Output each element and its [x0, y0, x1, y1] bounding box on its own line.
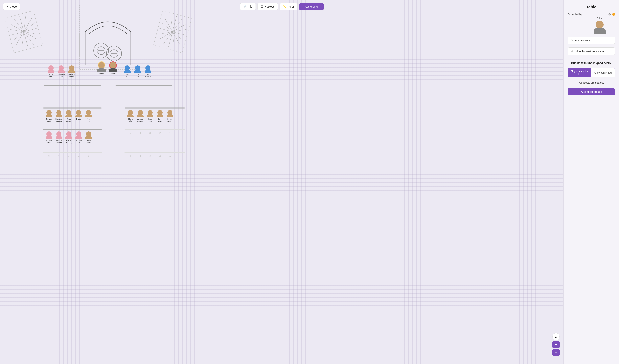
seat-darrel-frye[interactable]: DarrelFrye [74, 110, 83, 122]
seat-ronan-cooper[interactable]: RonanCooper [45, 110, 53, 122]
file-label: File [248, 5, 253, 8]
zoom-in-button[interactable]: + [552, 341, 560, 348]
only-confirmed-label: Only confirmed [594, 71, 612, 74]
seat-michele-frye[interactable]: MicheleFrye [74, 131, 83, 144]
center-front-pew: Bride Groom [97, 61, 117, 74]
nav-controls: ⊕ + − [552, 333, 560, 356]
x-icon: ✕ [571, 39, 573, 42]
left-row-3-numbers: 5 4 3 2 1 [45, 154, 93, 157]
seat-jessica-wanda[interactable]: JessicaWanda [55, 131, 63, 144]
release-seat-button[interactable]: ✕ Release seat [568, 37, 615, 44]
hide-seat-button[interactable]: 👁 Hide this seat from layout [568, 47, 615, 55]
svg-line-17 [158, 23, 186, 41]
add-element-label: + Add element [302, 5, 320, 8]
seat-bride[interactable]: Bride [97, 61, 106, 74]
close-icon: ✕ [6, 5, 9, 8]
seat-kit-carr[interactable]: KitCarr [133, 65, 142, 78]
svg-line-8 [10, 23, 38, 41]
add-more-guests-button[interactable]: Add more guests [568, 88, 615, 95]
hotkeys-icon: ⌘ [261, 5, 263, 8]
seat-maid-of-honor[interactable]: Maid-of-honor [67, 65, 76, 78]
left-row-1: RonanCooper BrendenHouston AliceNeale Da… [45, 110, 93, 122]
ruler-label: Ruler [287, 5, 294, 8]
eye-icon: 👁 [571, 50, 574, 53]
all-guests-label: All guests in the list [570, 70, 589, 76]
seat-jonty-wills[interactable]: JontyWills [84, 131, 93, 144]
seat-izabel-bentley[interactable]: IzabelBentley [64, 131, 73, 144]
ruler-button[interactable]: 📏 Ruler [280, 3, 297, 10]
canvas[interactable]: ✕ Close 📄 File ⌘ Hotkeys 📏 Ruler + Add e… [0, 0, 563, 364]
close-button[interactable]: ✕ Close [3, 3, 20, 10]
file-icon: 📄 [243, 5, 247, 8]
seat-best-man[interactable]: BestMan [123, 65, 132, 78]
seat-anna-fenton[interactable]: AnnaFenton [47, 65, 55, 78]
seat-olivia-duke[interactable]: OliviaDuke [126, 110, 135, 122]
seat-gregor-benitez[interactable]: GregorBenitez [143, 65, 152, 78]
bride-label: Bride [597, 17, 602, 20]
occupied-label: Occupied by: [568, 13, 583, 16]
right-row-2-numbers: 5 4 3 2 1 [126, 131, 174, 134]
seat-alice-neale[interactable]: AliceNeale [64, 110, 73, 122]
right-row-3-numbers: 5 4 3 2 1 [126, 154, 174, 157]
zoom-in-icon: + [555, 343, 557, 347]
add-more-guests-label: Add more guests [581, 90, 602, 93]
toolbar: 📄 File ⌘ Hotkeys 📏 Ruler + Add element [240, 3, 324, 10]
seat-kirstin-frye[interactable]: KirstinFrye [45, 131, 53, 144]
hotkeys-label: Hotkeys [265, 5, 275, 8]
seat-simon-doran[interactable]: SimonDoran [166, 110, 174, 122]
left-row-2: KirstinFrye JessicaWanda IzabelBentley M… [45, 131, 93, 144]
seat-brenden-houston[interactable]: BrendenHouston [55, 110, 63, 122]
occupied-by-section: Occupied by: ⚙ Bride [568, 13, 615, 33]
ruler-icon: 📏 [283, 5, 286, 8]
seat-kitty-frye[interactable]: KittyFrye [84, 110, 93, 122]
settings-icon[interactable]: ⚙ [608, 13, 611, 16]
guest-toggle-group: All guests in the list Only confirmed [568, 68, 615, 77]
zoom-out-icon: − [555, 350, 557, 355]
seat-john-doe[interactable]: JohnDoe [156, 110, 164, 122]
svg-rect-18 [79, 4, 137, 70]
compass-button[interactable]: ⊕ [552, 333, 560, 340]
release-seat-label: Release seat [575, 39, 590, 42]
hide-seat-label: Hide this seat from layout [575, 50, 605, 53]
close-label: Close [10, 5, 17, 8]
bride-avatar [594, 21, 605, 33]
right-row-1: OliviaDuke AshleyHartley CoraBurt JohnDo… [126, 110, 174, 122]
seat-cora-burt[interactable]: CoraBurt [146, 110, 155, 122]
left-front-pew: AnnaFenton JohannaLowe Maid-of-honor [47, 65, 76, 78]
hotkeys-button[interactable]: ⌘ Hotkeys [257, 3, 278, 10]
seat-johanna-lowe[interactable]: JohannaLowe [57, 65, 66, 78]
file-button[interactable]: 📄 File [240, 3, 256, 10]
all-guests-button[interactable]: All guests in the list [568, 68, 591, 77]
seat-ashley-hartley[interactable]: AshleyHartley [136, 110, 144, 122]
guests-title: Guests with unassigned seats: [568, 61, 615, 65]
right-panel: Table Occupied by: ⚙ Bride ✕ Release sea… [563, 0, 619, 364]
zoom-out-button[interactable]: − [552, 349, 560, 356]
panel-title: Table [568, 5, 615, 9]
right-front-pew: BestMan KitCarr GregorBenitez [123, 65, 152, 78]
layout-svg [0, 0, 563, 364]
seat-groom[interactable]: Groom [109, 61, 117, 74]
add-element-button[interactable]: + Add element [299, 3, 324, 10]
only-confirmed-button[interactable]: Only confirmed [591, 68, 615, 77]
all-seated-message: All guests are seated. [568, 81, 615, 84]
compass-icon: ⊕ [555, 335, 557, 339]
status-dot [612, 13, 615, 16]
